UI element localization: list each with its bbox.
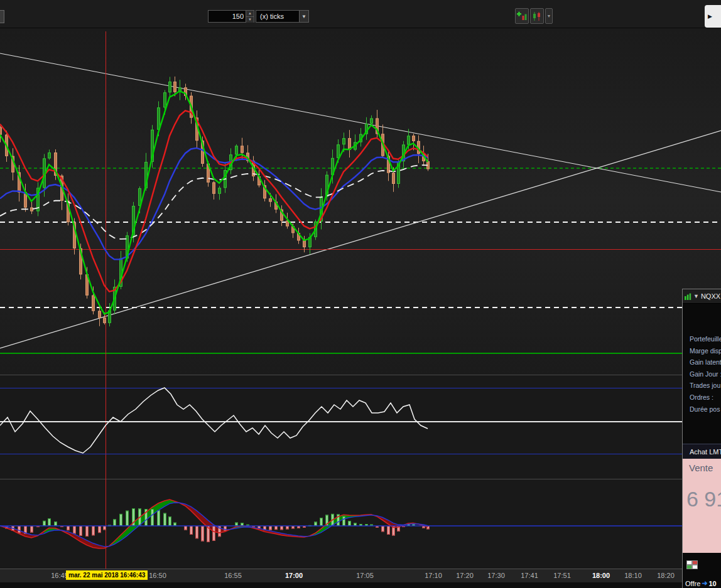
time-label: 17:30 [487,572,505,579]
time-label: 17:51 [553,572,571,579]
panel-fields: PortefeuilleMarge dispGain latentGain Jo… [683,333,721,415]
crosshair-time-label: mar. 22 mai 2018 16:46:43 [66,570,148,580]
panel-field-label: Ordres : [683,392,721,404]
spinner-up-button[interactable]: ▲ [246,11,254,16]
buy-lmt-label: Achat LMT [690,448,721,456]
time-label: 18:10 [624,572,642,579]
spinner-down-button[interactable]: ▼ [246,16,254,23]
bid-label: Offre [685,580,700,587]
time-label: 18:00 [592,572,610,579]
chart-canvas[interactable] [0,28,721,569]
panel-field-label: Gain Jour : [683,368,721,380]
add-indicator-button[interactable] [515,8,529,24]
chart-style-button[interactable] [530,8,544,24]
chart-mini-icon [685,293,691,300]
bid-size: 10 [708,580,716,587]
panel-field-label: Portefeuille [683,333,721,345]
collapsed-panel-tab[interactable]: ▶ [705,5,721,28]
time-label: 17:00 [285,572,303,579]
chevron-down-icon[interactable]: ▼ [299,11,308,22]
sell-button[interactable]: Vente 6 91 [683,459,721,553]
time-axis[interactable]: mar. 22 mai 2018 16:46:43 16:4516:5016:5… [0,569,721,582]
expand-arrow-icon: ▶ [708,13,712,19]
toolbar-edge-button[interactable] [0,10,4,23]
sell-price: 6 91 [686,487,721,511]
tick-type-value: (x) ticks [256,13,299,20]
chevron-down-icon[interactable]: ▼ [693,293,699,299]
tick-count-control: ▲ ▼ [208,10,254,23]
booktrader-icon[interactable] [686,560,698,569]
time-label: 17:05 [356,572,374,579]
panel-field-label: Durée pos [683,404,721,415]
chart-style-caret-button[interactable]: ▼ [545,8,553,24]
tick-type-select[interactable]: (x) ticks ▼ [256,10,309,23]
candlestick-icon [532,11,542,21]
panel-field-label: Marge disp [683,345,721,357]
time-label: 17:20 [456,572,474,579]
panel-field-label: Gain latent [683,356,721,368]
bottom-strip [0,582,721,588]
symbol-label: NQXX [701,292,720,300]
tick-count-spinner: ▲ ▼ [246,11,254,22]
tick-count-input[interactable] [209,11,246,22]
time-label: 18:20 [657,572,675,579]
sell-label: Vente [689,462,721,473]
chart-tools: ▼ [515,8,553,24]
time-label: 17:10 [425,572,442,579]
buy-lmt-row[interactable]: Achat LMT [683,444,721,459]
time-label: 17:41 [521,572,538,579]
order-panel-header[interactable]: ▼ NQXX [683,289,721,304]
bid-row: Offre ➜ 10 [683,579,721,587]
toolbar: ▲ ▼ (x) ticks ▼ [0,0,721,28]
trading-app: ▲ ▼ (x) ticks ▼ [0,0,721,588]
time-label: 16:50 [149,572,166,579]
bid-arrow-icon: ➜ [702,579,707,587]
order-panel: ▼ NQXX PortefeuilleMarge dispGain latent… [682,289,721,588]
time-label: 16:55 [224,572,242,579]
panel-field-label: Trades jou [683,380,721,392]
add-chart-icon [517,11,527,21]
